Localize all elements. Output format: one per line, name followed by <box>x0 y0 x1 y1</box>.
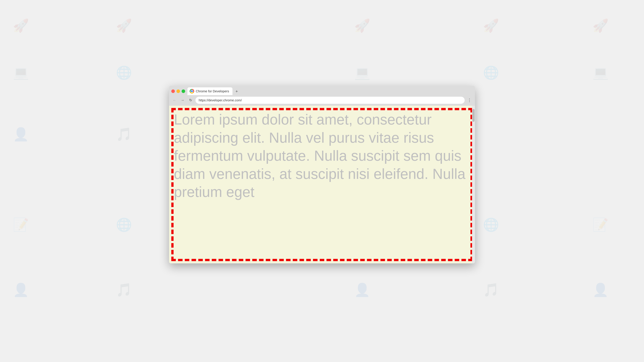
window-controls <box>171 89 185 93</box>
refresh-button[interactable]: ↻ <box>188 97 194 103</box>
minimize-button[interactable] <box>176 89 180 93</box>
scrollbar-track[interactable] <box>472 106 475 263</box>
browser-menu-button[interactable]: ⋮ <box>466 97 473 103</box>
forward-icon: → <box>181 98 184 102</box>
back-icon: ← <box>173 98 176 102</box>
page-content: Lorem ipsum dolor sit amet, consectetur … <box>169 106 475 263</box>
tab-bar: Chrome for Developers + <box>169 86 475 95</box>
forward-button[interactable]: → <box>179 97 186 103</box>
active-tab[interactable]: Chrome for Developers <box>188 87 232 95</box>
back-button[interactable]: ← <box>171 97 178 103</box>
refresh-icon: ↻ <box>189 98 192 102</box>
tab-favicon <box>190 89 194 93</box>
menu-icon: ⋮ <box>468 98 472 103</box>
browser-window: Chrome for Developers + ← → ↻ ⋮ <box>169 86 475 263</box>
scrollbar-thumb[interactable] <box>472 109 475 122</box>
lorem-text: Lorem ipsum dolor sit amet, consectetur … <box>174 110 470 201</box>
new-tab-button[interactable]: + <box>234 88 240 94</box>
tab-title: Chrome for Developers <box>196 89 230 93</box>
maximize-button[interactable] <box>182 89 185 93</box>
address-bar-row: ← → ↻ ⋮ <box>169 95 475 106</box>
close-button[interactable] <box>171 89 175 93</box>
address-input[interactable] <box>196 97 465 104</box>
title-bar: Chrome for Developers + ← → ↻ ⋮ <box>169 86 475 106</box>
